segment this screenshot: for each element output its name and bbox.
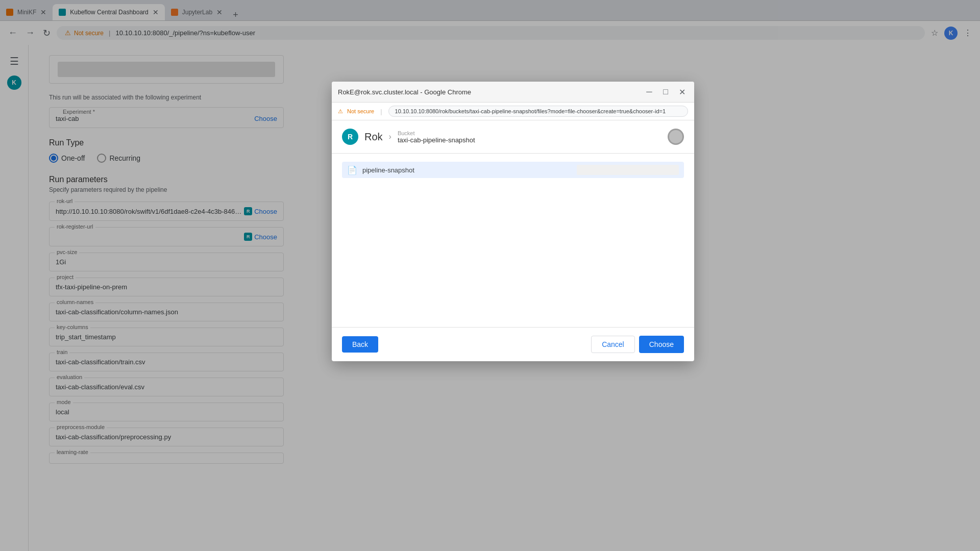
footer-left: Back [342,336,378,353]
file-date-placeholder [577,165,679,175]
rok-modal-titlebar: RokE@rok.svc.cluster.local - Google Chro… [332,82,694,103]
footer-right: Cancel Choose [591,336,684,353]
rok-modal-omnibar: ⚠ Not secure | 10.10.10.10:8080/rok/buck… [332,103,694,120]
file-name-input[interactable] [362,166,572,174]
rok-security-label: Not secure [347,108,374,114]
rok-modal-title: RokE@rok.svc.cluster.local - Google Chro… [338,88,471,96]
breadcrumb-separator: › [389,132,391,141]
rok-modal-footer: Back Cancel Choose [332,327,694,361]
rok-file-area: 📄 [332,154,694,327]
rok-url-display[interactable]: 10.10.10.10:8080/rok/buckets/taxi-cab-pi… [388,106,688,117]
cancel-button[interactable]: Cancel [591,336,635,353]
modal-close-button[interactable]: ✕ [676,86,688,98]
choose-button[interactable]: Choose [639,336,684,353]
rok-avatar-inner [669,130,682,143]
titlebar-controls: ─ □ ✕ [643,86,688,98]
breadcrumb-sub-label: Bucket [398,130,475,136]
breadcrumb-main-label: taxi-cab-pipeline-snapshot [398,136,475,144]
rok-modal-header: R Rok › Bucket taxi-cab-pipeline-snapsho… [332,120,694,154]
rok-security-warning-icon: ⚠ [338,108,343,115]
rok-logo-icon: R [342,129,358,145]
modal-minimize-button[interactable]: ─ [643,86,655,98]
rok-brand-label: Rok [364,131,383,143]
back-button[interactable]: Back [342,336,378,353]
rok-file-chooser-modal: RokE@rok.svc.cluster.local - Google Chro… [332,82,694,361]
rok-file-row[interactable]: 📄 [342,162,684,178]
modal-maximize-button[interactable]: □ [659,86,672,98]
rok-user-avatar [668,129,684,145]
file-icon: 📄 [347,165,357,175]
breadcrumb: Bucket taxi-cab-pipeline-snapshot [398,130,475,144]
